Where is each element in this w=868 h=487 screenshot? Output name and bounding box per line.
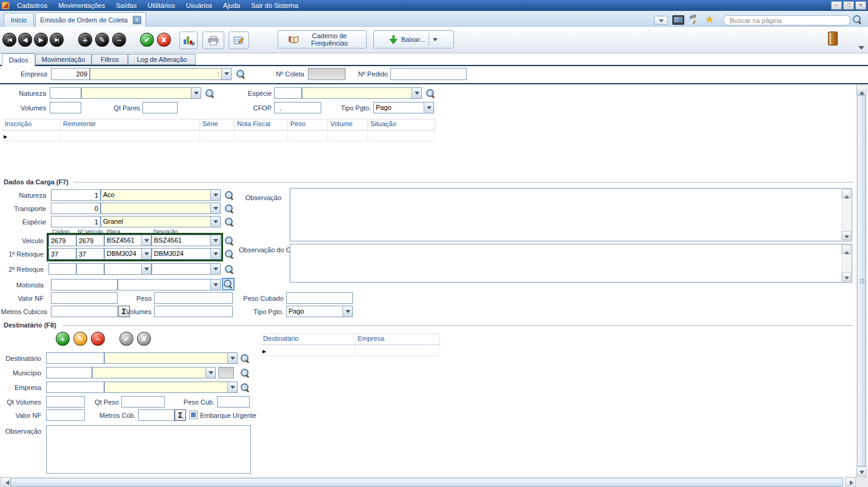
municipio-search-icon[interactable] xyxy=(240,368,250,378)
tab-close-icon[interactable]: × xyxy=(133,16,141,24)
chevron-down-icon[interactable] xyxy=(221,69,231,79)
dest-cancel-button[interactable]: ✘ xyxy=(137,332,151,346)
favorites-star-icon[interactable]: ★ xyxy=(706,14,713,25)
observacao-textarea[interactable] xyxy=(290,188,852,241)
reboque1-search-icon[interactable] xyxy=(224,249,234,259)
transporte-code-input[interactable] xyxy=(51,203,101,214)
transporte-combo[interactable] xyxy=(101,203,221,214)
d est-empresa-combo[interactable] xyxy=(104,381,238,393)
veiculo-placa-combo[interactable]: BSZ4561 xyxy=(104,235,152,246)
carga-especie-search-icon[interactable] xyxy=(224,217,234,227)
veiculo-codigo-input[interactable] xyxy=(48,235,76,246)
close-button[interactable]: × xyxy=(855,1,866,10)
reboque1-num-input[interactable] xyxy=(76,248,104,260)
hammer-icon[interactable] xyxy=(688,14,701,26)
nav-next-button[interactable]: ▶ xyxy=(34,33,48,47)
print-button[interactable] xyxy=(202,32,224,49)
natureza-search-icon[interactable] xyxy=(205,89,215,98)
monitor-icon[interactable] xyxy=(672,15,684,25)
chevron-down-icon[interactable] xyxy=(210,190,220,200)
menu-movimentacoes[interactable]: Movimentações xyxy=(53,0,110,11)
reboque2-num-input[interactable] xyxy=(76,263,104,275)
destinatario-combo[interactable] xyxy=(104,352,238,364)
peso-cub-input[interactable] xyxy=(217,396,250,408)
chevron-down-icon[interactable] xyxy=(210,203,220,213)
toolbar-overflow-icon[interactable] xyxy=(858,45,864,51)
chevron-down-icon[interactable] xyxy=(191,88,201,98)
municipio-combo[interactable] xyxy=(92,367,216,378)
reboque2-descricao-combo[interactable] xyxy=(152,263,221,275)
scroll-down-icon[interactable] xyxy=(842,231,851,240)
add-button[interactable]: + xyxy=(78,33,92,47)
destinatario-search-icon[interactable] xyxy=(240,354,250,363)
tab-movimentacao[interactable]: Movimentação xyxy=(35,54,92,65)
reboque1-codigo-input[interactable] xyxy=(48,248,76,260)
veiculo-descricao-combo[interactable]: BSZ4561 xyxy=(152,235,221,246)
chevron-down-icon[interactable] xyxy=(227,353,237,363)
qt-peso-input[interactable] xyxy=(121,396,165,408)
menu-sair[interactable]: Sair do Sistema xyxy=(245,0,304,11)
carga-peso-input[interactable] xyxy=(154,292,233,304)
scroll-up-icon[interactable] xyxy=(856,85,867,95)
textarea-scrollbar[interactable] xyxy=(841,245,851,281)
search-icon[interactable] xyxy=(852,15,862,24)
qt-pares-input[interactable] xyxy=(142,102,178,113)
exit-book-icon[interactable] xyxy=(828,32,838,45)
qt-volumes-input[interactable] xyxy=(46,396,85,408)
chevron-down-icon[interactable] xyxy=(210,280,220,290)
chevron-down-icon[interactable] xyxy=(342,306,352,317)
especie-search-icon[interactable] xyxy=(426,89,435,98)
scroll-down-icon[interactable] xyxy=(856,466,867,477)
empresa-search-icon[interactable] xyxy=(236,69,245,79)
tab-list-dropdown[interactable] xyxy=(654,16,668,25)
tab-filtros[interactable]: Filtros xyxy=(92,54,128,65)
carga-natureza-code-input[interactable] xyxy=(51,189,101,201)
carga-especie-code-input[interactable] xyxy=(51,216,101,227)
chevron-down-icon[interactable] xyxy=(210,264,220,274)
chevron-down-icon[interactable] xyxy=(412,88,421,98)
carga-valor-nf-input[interactable] xyxy=(51,292,118,304)
dest-edit-button[interactable]: ✎ xyxy=(73,332,87,346)
transporte-search-icon[interactable] xyxy=(224,204,234,213)
dest-observacao-textarea[interactable] xyxy=(46,425,251,474)
natureza-code-input[interactable] xyxy=(50,87,81,99)
minimize-button[interactable]: – xyxy=(831,1,842,10)
municipio-code-input[interactable] xyxy=(46,367,92,378)
peso-cubado-input[interactable] xyxy=(286,292,353,304)
chevron-down-icon[interactable] xyxy=(205,368,215,378)
embarque-urgente-checkbox[interactable] xyxy=(189,411,198,419)
table-row[interactable] xyxy=(2,130,435,141)
menu-saidas[interactable]: Saídas xyxy=(110,0,142,11)
n-pedido-input[interactable] xyxy=(390,68,467,80)
tab-emissao-ordem-coleta[interactable]: Emissão de Ordem de Coleta × xyxy=(35,12,146,27)
tab-log-alteracao[interactable]: Log de Alteração xyxy=(128,54,196,65)
search-input[interactable] xyxy=(724,16,850,25)
chevron-down-icon[interactable] xyxy=(141,264,151,274)
dest-empresa-search-icon[interactable] xyxy=(240,383,250,392)
reboque2-codigo-input[interactable] xyxy=(48,263,76,275)
veiculo-num-input[interactable] xyxy=(76,235,104,246)
veiculo-search-icon[interactable] xyxy=(224,236,234,246)
metros-cubicos-input[interactable] xyxy=(51,306,118,317)
cfop-input[interactable] xyxy=(274,102,321,113)
dest-empresa-code-input[interactable] xyxy=(46,381,104,393)
dest-add-button[interactable]: + xyxy=(56,332,70,346)
nav-first-button[interactable]: |◀ xyxy=(2,33,16,47)
carga-especie-combo[interactable]: Granel xyxy=(101,216,221,227)
menu-ajuda[interactable]: Ajuda xyxy=(218,0,245,11)
carga-volumes-input[interactable] xyxy=(154,306,233,317)
especie-code-input[interactable] xyxy=(274,87,302,99)
reboque2-placa-combo[interactable] xyxy=(104,263,152,275)
textarea-scrollbar[interactable] xyxy=(841,189,851,240)
caderno-frequencias-button[interactable]: Caderno de Frequências xyxy=(278,30,367,49)
confirm-button[interactable]: ✔ xyxy=(140,33,154,47)
baixar-button[interactable]: Baixar... xyxy=(373,30,454,49)
edit-button[interactable]: ✎ xyxy=(95,33,109,47)
scroll-left-icon[interactable] xyxy=(0,477,10,487)
chevron-down-icon[interactable] xyxy=(210,249,220,259)
reboque1-placa-combo[interactable]: DBM3024 xyxy=(104,248,152,260)
carga-tipo-pgto-combo[interactable]: Pago xyxy=(286,306,353,317)
tab-inicio[interactable]: Início xyxy=(4,13,34,27)
empresa-code-input[interactable] xyxy=(51,68,90,80)
reboque1-descricao-combo[interactable]: DBM3024 xyxy=(152,248,221,260)
